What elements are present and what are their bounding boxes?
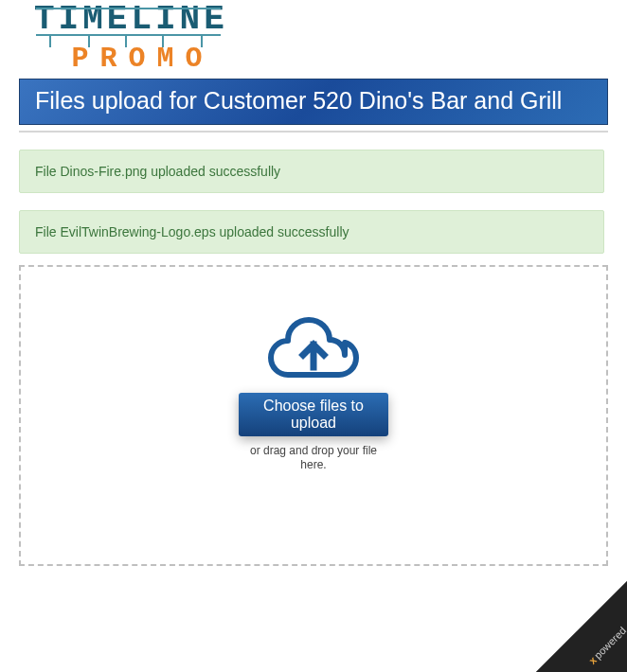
divider xyxy=(19,131,608,133)
logo: TIMELINE PROMO xyxy=(0,0,627,75)
logo-line1: TIMELINE xyxy=(34,0,228,39)
upload-dropzone[interactable]: Choose files to upload or drag and drop … xyxy=(19,265,608,566)
alert-success: File EvilTwinBrewing-Logo.eps uploaded s… xyxy=(19,210,604,254)
alert-success: File Dinos-Fire.png uploaded successfull… xyxy=(19,150,604,193)
page-title: Files upload for Customer 520 Dino's Bar… xyxy=(35,87,592,115)
upload-hint: or drag and drop your file here. xyxy=(242,444,385,473)
alerts-area: File Dinos-Fire.png uploaded successfull… xyxy=(19,150,608,254)
page-header: Files upload for Customer 520 Dino's Bar… xyxy=(19,79,608,125)
cloud-upload-icon xyxy=(261,312,366,383)
choose-files-button[interactable]: Choose files to upload xyxy=(239,393,388,436)
alerts-scroll[interactable]: File Dinos-Fire.png uploaded successfull… xyxy=(19,150,608,254)
powered-badge[interactable]: xpowered xyxy=(536,581,627,672)
logo-line2: PROMO xyxy=(57,43,228,75)
button-label: Choose files to upload xyxy=(239,398,388,431)
